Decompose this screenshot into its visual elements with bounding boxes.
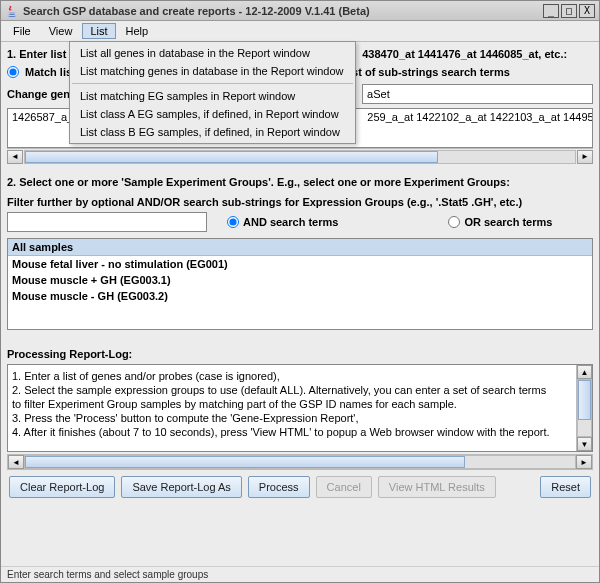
filter-label: Filter further by optional AND/OR search… [7, 196, 593, 208]
save-log-button[interactable]: Save Report-Log As [121, 476, 241, 498]
dropdown-item[interactable]: List matching EG samples in Report windo… [70, 87, 355, 105]
scroll-left-icon[interactable]: ◄ [7, 150, 23, 164]
log-textarea[interactable]: 1. Enter a list of genes and/or probes (… [7, 364, 593, 452]
process-button[interactable]: Process [248, 476, 310, 498]
menu-help[interactable]: Help [118, 23, 157, 39]
log-hscroll[interactable]: ◄ ► [7, 454, 593, 470]
list-menu-dropdown: List all genes in database in the Report… [69, 41, 356, 144]
maximize-button[interactable]: □ [561, 4, 577, 18]
java-icon [5, 4, 19, 18]
dropdown-item[interactable]: List matching genes in database in the R… [70, 62, 355, 80]
step2-label: 2. Select one or more 'Sample Experiment… [7, 176, 593, 188]
menu-view[interactable]: View [41, 23, 81, 39]
reset-button[interactable]: Reset [540, 476, 591, 498]
change-geneset-label: Change gene [7, 88, 76, 100]
cancel-button: Cancel [316, 476, 372, 498]
scroll-right-icon[interactable]: ► [576, 455, 592, 469]
or-radio[interactable] [448, 216, 460, 228]
dropdown-item[interactable]: List class B EG samples, if defined, in … [70, 123, 355, 141]
scroll-up-icon[interactable]: ▲ [577, 365, 592, 379]
filter-input[interactable] [7, 212, 207, 232]
title-bar: Search GSP database and create reports -… [1, 1, 599, 21]
menu-list[interactable]: List [82, 23, 115, 39]
substrings-label: st of sub-strings search terms [352, 66, 510, 78]
close-button[interactable]: X [579, 4, 595, 18]
scroll-left-icon[interactable]: ◄ [8, 455, 24, 469]
filter-row: AND search terms OR search terms [7, 212, 593, 232]
dropdown-item[interactable]: List all genes in database in the Report… [70, 44, 355, 62]
processing-log-label: Processing Report-Log: [7, 348, 593, 360]
view-html-button: View HTML Results [378, 476, 496, 498]
app-window: Search GSP database and create reports -… [0, 0, 600, 583]
scroll-down-icon[interactable]: ▼ [577, 437, 592, 451]
sample-row[interactable]: Mouse muscle + GH (EG003.1) [8, 272, 592, 288]
samples-header[interactable]: All samples [8, 239, 592, 256]
sample-row[interactable]: Mouse muscle - GH (EG003.2) [8, 288, 592, 304]
minimize-button[interactable]: _ [543, 4, 559, 18]
button-row: Clear Report-Log Save Report-Log As Proc… [7, 470, 593, 504]
sample-row[interactable]: Mouse fetal liver - no stimulation (EG00… [8, 256, 592, 272]
gene-list-hscroll[interactable]: ◄ ► [7, 148, 593, 164]
and-radio[interactable] [227, 216, 239, 228]
log-vscroll[interactable]: ▲ ▼ [576, 365, 592, 451]
menu-separator [72, 83, 353, 84]
menu-file[interactable]: File [5, 23, 39, 39]
geneset-dropdown[interactable]: aSet [362, 84, 593, 104]
menu-bar: File View List Help [1, 21, 599, 42]
status-bar: Enter search terms and select sample gro… [1, 566, 599, 582]
match-list-label: Match lis [25, 66, 72, 78]
window-title: Search GSP database and create reports -… [23, 5, 541, 17]
dropdown-item[interactable]: List class A EG samples, if defined, in … [70, 105, 355, 123]
scroll-right-icon[interactable]: ► [577, 150, 593, 164]
match-list-radio[interactable] [7, 66, 19, 78]
samples-list[interactable]: All samples Mouse fetal liver - no stimu… [7, 238, 593, 330]
clear-log-button[interactable]: Clear Report-Log [9, 476, 115, 498]
